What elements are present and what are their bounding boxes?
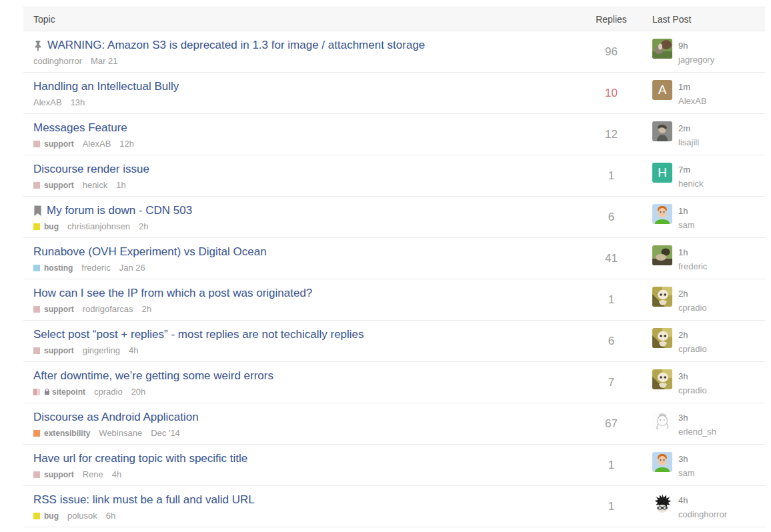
topic-title-link[interactable]: Discourse as Android Application xyxy=(33,411,199,424)
header-replies-label: Replies xyxy=(570,14,652,25)
topic-author[interactable]: cpradio xyxy=(94,387,123,397)
topic-cell: How can I see the IP from which a post w… xyxy=(23,279,570,320)
last-post-username[interactable]: henick xyxy=(678,177,704,191)
user-avatar[interactable] xyxy=(652,452,672,472)
topic-title-link[interactable]: RSS issue: link must be a full and valid… xyxy=(33,493,255,507)
topic-author[interactable]: frederic xyxy=(81,263,110,273)
topic-meta: sitepoint cpradio 20h xyxy=(33,387,564,397)
category-color-square xyxy=(33,265,40,271)
replies-count: 1 xyxy=(570,445,652,485)
last-post-username[interactable]: AlexAB xyxy=(678,94,707,108)
replies-count: 7 xyxy=(570,362,652,403)
last-post-username[interactable]: sam xyxy=(678,466,695,480)
replies-count: 1 xyxy=(570,486,652,527)
last-post-cell: 1h sam xyxy=(652,197,765,237)
topic-author[interactable]: henick xyxy=(83,180,108,190)
topic-activity-date: 20h xyxy=(131,387,146,397)
topic-author[interactable]: Webinsane xyxy=(99,428,142,438)
last-post-username[interactable]: cpradio xyxy=(678,342,707,356)
last-post-username[interactable]: frederic xyxy=(678,259,707,273)
topic-author[interactable]: Rene xyxy=(83,469,103,479)
user-avatar[interactable]: H xyxy=(652,163,672,183)
topic-meta: support henick 1h xyxy=(33,180,564,190)
topic-row: Have url for creating topic with specifi… xyxy=(23,445,765,486)
last-post-time: 2m xyxy=(678,121,699,135)
header-topic-label: Topic xyxy=(23,14,570,25)
replies-count: 41 xyxy=(570,238,652,279)
topic-cell: Discourse render issue support henick 1h xyxy=(23,155,570,196)
topic-title-link[interactable]: My forum is down - CDN 503 xyxy=(47,204,192,217)
topic-meta: bug polusok 6h xyxy=(33,511,564,521)
category-badge[interactable]: support xyxy=(33,181,74,190)
topic-row: After downtime, we’re getting some weird… xyxy=(23,362,765,403)
user-avatar[interactable] xyxy=(652,328,672,348)
last-post-cell: 2h cpradio xyxy=(652,321,765,361)
replies-count: 12 xyxy=(570,114,652,155)
replies-count: 1 xyxy=(570,155,652,196)
category-badge[interactable]: bug xyxy=(33,222,59,231)
topic-cell: After downtime, we’re getting some weird… xyxy=(23,362,570,403)
topic-title-link[interactable]: After downtime, we’re getting some weird… xyxy=(33,369,273,383)
last-post-cell: 4h codinghorror xyxy=(652,486,765,527)
user-avatar[interactable] xyxy=(652,493,672,513)
category-badge[interactable]: hosting xyxy=(33,263,73,273)
last-post-username[interactable]: lisajill xyxy=(678,135,699,149)
topic-author[interactable]: polusok xyxy=(67,511,97,521)
user-avatar[interactable]: A xyxy=(652,80,672,100)
user-avatar[interactable] xyxy=(652,369,672,389)
category-color-square xyxy=(33,513,40,519)
header-last-post-label: Last Post xyxy=(652,14,765,25)
user-avatar[interactable] xyxy=(652,411,672,431)
topic-author[interactable]: rodrigofarcas xyxy=(83,304,133,314)
category-badge[interactable]: bug xyxy=(33,511,59,521)
category-badge[interactable]: support xyxy=(33,470,74,479)
topic-meta: AlexAB 13h xyxy=(33,97,564,107)
topic-title-link[interactable]: WARNING: Amazon S3 is deprecated in 1.3 … xyxy=(47,39,425,52)
topic-title-link[interactable]: Have url for creating topic with specifi… xyxy=(33,452,247,465)
topic-row: How can I see the IP from which a post w… xyxy=(23,279,765,321)
last-post-username[interactable]: codinghorror xyxy=(678,507,727,521)
topic-activity-date: Dec '14 xyxy=(151,428,180,438)
topic-activity-date: 4h xyxy=(112,469,121,479)
topic-title-link[interactable]: Select post “post + replies” - most repl… xyxy=(33,328,364,341)
topic-title-link[interactable]: Handling an Intellectual Bully xyxy=(33,80,179,93)
topic-meta: extensibility Webinsane Dec '14 xyxy=(33,428,564,438)
topic-author[interactable]: AlexAB xyxy=(83,139,111,149)
user-avatar[interactable] xyxy=(652,204,672,224)
category-badge[interactable]: support xyxy=(33,346,74,355)
last-post-username[interactable]: erlend_sh xyxy=(678,425,716,439)
topic-row: Runabove (OVH Experiment) vs Digital Oce… xyxy=(23,238,765,279)
last-post-time: 4h xyxy=(678,493,727,507)
user-avatar[interactable] xyxy=(652,39,672,59)
category-badge[interactable]: extensibility xyxy=(33,429,90,438)
category-badge[interactable]: support xyxy=(33,139,74,149)
topic-activity-date: 1h xyxy=(116,180,125,190)
last-post-time: 2h xyxy=(678,328,707,342)
topic-cell: Handling an Intellectual Bully AlexAB 13… xyxy=(23,73,570,113)
topic-author[interactable]: christianjohnsen xyxy=(67,221,130,231)
topic-author[interactable]: codinghorror xyxy=(33,56,82,66)
category-badge[interactable]: support xyxy=(33,305,74,314)
last-post-time: 3h xyxy=(678,452,695,466)
last-post-username[interactable]: jagregory xyxy=(678,53,714,67)
topic-title-link[interactable]: Messages Feature xyxy=(33,121,127,135)
user-avatar[interactable] xyxy=(652,121,672,141)
topic-author[interactable]: AlexAB xyxy=(33,97,62,107)
user-avatar[interactable] xyxy=(652,287,672,307)
topic-title-link[interactable]: How can I see the IP from which a post w… xyxy=(33,287,312,300)
last-post-username[interactable]: sam xyxy=(678,218,695,232)
topic-title-link[interactable]: Discourse render issue xyxy=(33,163,149,176)
category-color-square xyxy=(33,223,40,230)
replies-count: 6 xyxy=(570,197,652,237)
last-post-username[interactable]: cpradio xyxy=(678,383,707,397)
topic-row: RSS issue: link must be a full and valid… xyxy=(23,486,765,527)
user-avatar[interactable] xyxy=(652,245,672,265)
category-color-square xyxy=(33,141,40,147)
category-badge[interactable]: sitepoint xyxy=(33,387,85,397)
topic-title-link[interactable]: Runabove (OVH Experiment) vs Digital Oce… xyxy=(33,245,267,259)
topic-meta: support Rene 4h xyxy=(33,469,564,479)
topic-activity-date: 13h xyxy=(71,97,85,107)
topic-row: Select post “post + replies” - most repl… xyxy=(23,321,765,362)
topic-author[interactable]: gingerling xyxy=(83,345,120,355)
last-post-username[interactable]: cpradio xyxy=(678,301,707,315)
